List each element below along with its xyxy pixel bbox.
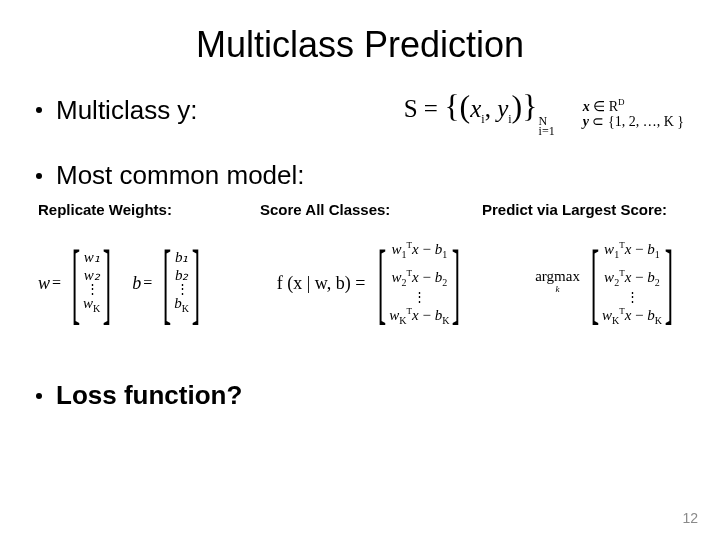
row-multiclass-y: Multiclass y: S = {(xi, yi)}Ni=1 x ∈ RD …	[36, 88, 684, 136]
bullet-1: Multiclass y:	[36, 95, 198, 126]
slide-title: Multiclass Prediction	[36, 24, 684, 66]
equation-S: S = {(xi, yi)}Ni=1	[404, 88, 555, 136]
bullet-2: Most common model:	[36, 160, 684, 191]
bullet-3-text: Loss function?	[56, 380, 242, 411]
column-headers: Replicate Weights: Score All Classes: Pr…	[38, 201, 682, 218]
formula-argmax: argmax k [ w1Tx − b1 w2Tx − b2 ⋮ wKTx − …	[535, 236, 684, 330]
col-header-predict: Predict via Largest Score:	[482, 201, 682, 218]
bullet-dot-icon	[36, 393, 42, 399]
formula-score: f (x | w, b) = [ w1Tx − b1 w2Tx − b2 ⋮ w…	[275, 236, 472, 330]
col-header-replicate: Replicate Weights:	[38, 201, 248, 218]
equation-domain: x ∈ RD y ⊂ {1, 2, …, K }	[583, 94, 684, 131]
col-header-score: Score All Classes:	[260, 201, 470, 218]
bullet-3: Loss function?	[36, 380, 684, 411]
formula-row: w = [ w₁ w₂ ⋮ wK ] b = [ b₁ b₂ ⋮ bK ] f …	[36, 236, 684, 330]
formula-replicate: w = [ w₁ w₂ ⋮ wK ] b = [ b₁ b₂ ⋮ bK ]	[36, 248, 211, 318]
bullet-dot-icon	[36, 173, 42, 179]
bullet-dot-icon	[36, 107, 42, 113]
page-number: 12	[682, 510, 698, 526]
bullet-2-text: Most common model:	[56, 160, 305, 191]
slide: Multiclass Prediction Multiclass y: S = …	[0, 0, 720, 540]
bullet-1-text: Multiclass y:	[56, 95, 198, 126]
